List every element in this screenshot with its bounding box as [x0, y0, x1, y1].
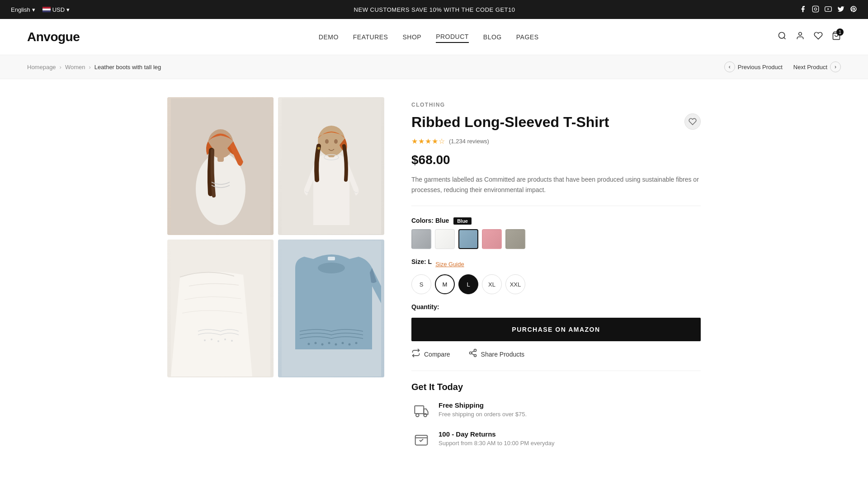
compare-icon: [411, 348, 420, 360]
returns-text: 100 - Day Returns Support from 8:30 AM t…: [439, 430, 555, 447]
review-count: (1,234 reviews): [449, 138, 489, 145]
svg-point-31: [341, 342, 344, 344]
svg-point-14: [325, 139, 329, 144]
svg-rect-34: [328, 257, 335, 260]
next-product-icon: ›: [830, 61, 841, 72]
color-swatch-white[interactable]: [435, 229, 455, 249]
svg-point-32: [348, 343, 350, 345]
prev-product-label: Previous Product: [738, 64, 783, 71]
color-swatch-taupe[interactable]: [505, 229, 525, 249]
header-icons: 1: [778, 31, 841, 42]
next-product-btn[interactable]: Next Product ›: [793, 61, 841, 72]
language-selector[interactable]: English ▾: [11, 6, 35, 13]
prev-product-btn[interactable]: ‹ Previous Product: [724, 61, 783, 72]
size-btn-xl[interactable]: XL: [482, 274, 502, 294]
product-navigation: ‹ Previous Product Next Product ›: [724, 61, 841, 72]
returns-title: 100 - Day Returns: [439, 430, 555, 438]
active-color-tag: Blue: [453, 217, 472, 225]
size-btn-xxl[interactable]: XXL: [505, 274, 525, 294]
main-nav: DEMO FEATURES SHOP PRODUCT BLOG PAGES: [319, 31, 539, 43]
facebook-icon[interactable]: [799, 5, 807, 14]
currency-label: USD: [52, 6, 65, 13]
nav-item-product[interactable]: PRODUCT: [436, 31, 469, 43]
breadcrumb: Homepage › Women › Leather boots with ta…: [27, 64, 161, 71]
main-content: CLOTHING Ribbed Long-Sleeved T-Shirt ★★★…: [140, 79, 728, 477]
share-button[interactable]: Share Products: [468, 348, 525, 360]
breadcrumb-home[interactable]: Homepage: [27, 64, 56, 71]
nav-item-blog[interactable]: BLOG: [483, 32, 502, 42]
shipping-icon: [411, 401, 431, 421]
svg-point-21: [217, 340, 219, 342]
color-swatch-blue[interactable]: [458, 229, 478, 249]
search-icon[interactable]: [778, 31, 787, 42]
benefit-returns: 100 - Day Returns Support from 8:30 AM t…: [411, 430, 701, 450]
svg-point-41: [416, 414, 419, 417]
nav-item-shop[interactable]: SHOP: [402, 32, 421, 42]
color-swatch-gray[interactable]: [411, 229, 431, 249]
size-btn-l[interactable]: L: [458, 274, 478, 294]
language-label: English: [11, 6, 30, 13]
svg-point-19: [204, 339, 206, 341]
product-image-1-placeholder: [167, 97, 274, 235]
svg-point-26: [307, 343, 310, 345]
compare-label: Compare: [424, 351, 450, 358]
prev-product-icon: ‹: [724, 61, 735, 72]
flag-icon: [42, 7, 51, 12]
color-swatch-pink[interactable]: [482, 229, 502, 249]
shipping-title: Free Shipping: [439, 401, 527, 409]
account-icon[interactable]: [796, 31, 805, 42]
rating-row: ★★★★☆ (1,234 reviews): [411, 137, 701, 146]
compare-button[interactable]: Compare: [411, 348, 450, 360]
svg-point-27: [314, 342, 316, 344]
svg-point-3: [778, 33, 784, 38]
svg-point-30: [335, 343, 337, 345]
social-icons: [799, 5, 857, 14]
cart-icon[interactable]: 1: [832, 31, 841, 42]
product-image-2: [278, 97, 384, 235]
product-price: $68.00: [411, 153, 701, 167]
benefit-shipping: Free Shipping Free shipping on orders ov…: [411, 401, 701, 421]
wishlist-icon[interactable]: [814, 31, 823, 42]
svg-point-42: [424, 414, 427, 417]
breadcrumb-current: Leather boots with tall leg: [94, 64, 161, 71]
quantity-label: Quantity:: [411, 303, 701, 310]
svg-point-5: [799, 33, 802, 36]
size-label-row: Size: L Size Guide: [411, 258, 701, 270]
svg-line-39: [472, 351, 474, 353]
product-image-4: [278, 240, 384, 377]
wishlist-button[interactable]: [684, 113, 701, 130]
svg-point-20: [211, 339, 212, 340]
size-btn-m[interactable]: M: [435, 274, 455, 294]
svg-point-29: [328, 342, 330, 344]
get-it-today-title: Get It Today: [411, 382, 701, 392]
nav-item-features[interactable]: FEATURES: [353, 32, 388, 42]
twitter-icon[interactable]: [837, 5, 844, 14]
size-guide-link[interactable]: Size Guide: [435, 261, 464, 268]
youtube-icon[interactable]: [825, 5, 832, 14]
logo[interactable]: Anvogue: [27, 30, 80, 44]
size-btn-s[interactable]: S: [411, 274, 431, 294]
language-chevron: ▾: [32, 6, 35, 13]
size-options: S M L XL XXL: [411, 274, 701, 294]
breadcrumb-sep2: ›: [89, 64, 91, 71]
color-swatches: [411, 229, 701, 249]
svg-point-13: [318, 126, 345, 156]
svg-point-36: [469, 352, 472, 354]
nav-item-pages[interactable]: PAGES: [516, 32, 539, 42]
svg-point-35: [474, 349, 476, 352]
product-image-1: [167, 97, 274, 235]
product-images: [167, 97, 384, 377]
returns-subtitle: Support from 8:30 AM to 10:00 PM everyda…: [439, 440, 555, 447]
product-image-2-placeholder: [278, 97, 384, 235]
purchase-button[interactable]: PURCHASE ON AMAZON: [411, 318, 701, 341]
instagram-icon[interactable]: [812, 5, 819, 14]
svg-point-37: [474, 355, 476, 357]
share-icon: [468, 348, 477, 360]
currency-selector[interactable]: USD ▾: [42, 6, 70, 13]
pinterest-icon[interactable]: [850, 5, 857, 14]
svg-rect-40: [415, 406, 424, 414]
breadcrumb-category[interactable]: Women: [65, 64, 85, 71]
header: Anvogue DEMO FEATURES SHOP PRODUCT BLOG …: [0, 19, 868, 55]
returns-icon: [411, 430, 431, 450]
nav-item-demo[interactable]: DEMO: [319, 32, 339, 42]
